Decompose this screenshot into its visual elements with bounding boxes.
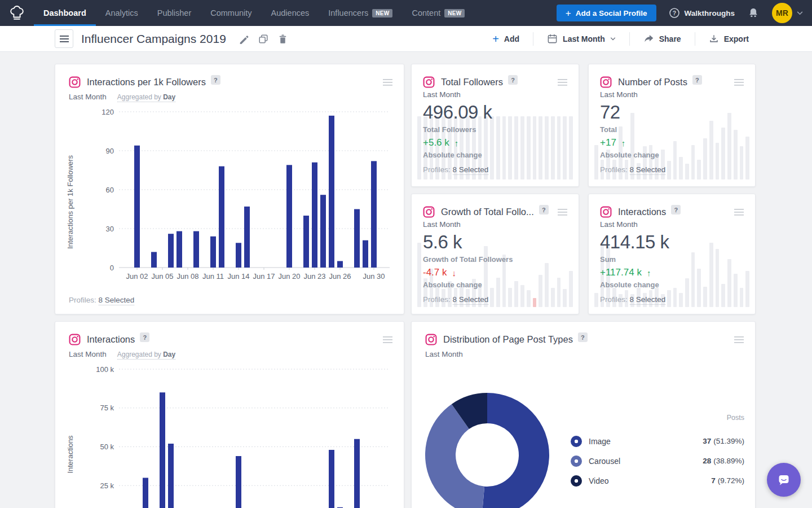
help-badge[interactable]: ? (671, 205, 681, 214)
kpi-change-label: Absolute change (423, 151, 482, 159)
walkthroughs-button[interactable]: ? Walkthroughs (669, 7, 735, 19)
chat-launcher-button[interactable] (767, 463, 801, 497)
nav-dashboard[interactable]: Dashboard (34, 0, 96, 26)
widget-title: Interactions per 1k Followers (87, 77, 206, 87)
help-badge[interactable]: ? (578, 332, 588, 342)
svg-text:Jun 20: Jun 20 (278, 272, 300, 281)
kpi-value-label: Total Followers (423, 125, 476, 134)
card-post-type-distribution: Distribution of Page Post Types ? Last M… (411, 321, 756, 508)
help-badge[interactable]: ? (539, 205, 549, 214)
new-badge: NEW (372, 9, 392, 17)
svg-text:75 k: 75 k (100, 404, 114, 412)
kpi-change: +17↑ (600, 137, 625, 148)
kpi-value: 5.6 k (423, 231, 462, 253)
period-label: Last Month (425, 350, 463, 358)
nav-publisher[interactable]: Publisher (148, 0, 201, 26)
title-actions (239, 34, 288, 44)
brand-logo[interactable] (0, 0, 34, 26)
pencil-icon (239, 34, 249, 44)
period-label: Last Month (600, 90, 638, 99)
help-badge[interactable]: ? (140, 332, 149, 342)
chevron-down-icon (610, 37, 616, 41)
rename-dashboard-button[interactable] (239, 34, 249, 44)
card-number-of-posts: Number of Posts ? Last Month 72 Total +1… (588, 64, 756, 187)
nav-audiences[interactable]: Audiences (262, 0, 319, 26)
chat-bubble-icon (775, 471, 792, 488)
widget-title: Interactions (87, 334, 135, 345)
user-menu[interactable]: MR (772, 3, 803, 23)
profiles-selected-link[interactable]: 8 Selected (630, 165, 666, 175)
svg-text:90: 90 (106, 147, 114, 155)
add-social-profile-button[interactable]: + Add a Social Profile (557, 5, 656, 21)
aggregation-dropdown[interactable]: Aggregated by Day (117, 351, 175, 360)
card-total-followers: Total Followers ? Last Month 496.09 k To… (411, 64, 579, 187)
profiles-selected-link[interactable]: 8 Selected (99, 296, 135, 305)
navbar-right: + Add a Social Profile ? Walkthroughs MR (557, 0, 812, 26)
svg-text:Jun 08: Jun 08 (176, 272, 198, 281)
svg-text:Jun 02: Jun 02 (126, 272, 148, 281)
widget-menu-icon[interactable] (558, 209, 567, 216)
kpi-value: 496.09 k (423, 102, 492, 123)
duplicate-dashboard-button[interactable] (258, 34, 268, 44)
profiles-selected-link[interactable]: 8 Selected (453, 165, 489, 175)
widget-title: Growth of Total Follo... (441, 207, 534, 217)
nav-analytics[interactable]: Analytics (96, 0, 148, 26)
profiles-selector: Profiles: 8 Selected (69, 296, 134, 304)
svg-text:Jun 11: Jun 11 (202, 272, 224, 281)
kpi-value-label: Growth of Total Followers (423, 255, 513, 264)
kpi-change: +5.6 k↑ (423, 137, 458, 148)
widget-menu-icon[interactable] (734, 209, 744, 216)
legend-item-image[interactable]: Image 37(51.39%) (571, 431, 744, 451)
profiles-selector: Profiles: 8 Selected (423, 295, 488, 304)
share-button[interactable]: Share (643, 34, 681, 43)
legend-header: Posts (571, 414, 744, 422)
widget-menu-icon[interactable] (734, 79, 744, 86)
dashboard-list-menu-button[interactable] (55, 29, 73, 48)
help-badge[interactable]: ? (692, 75, 702, 85)
svg-text:Jun 30: Jun 30 (363, 272, 385, 281)
widget-menu-icon[interactable] (558, 79, 567, 86)
nav-community[interactable]: Community (201, 0, 261, 26)
kpi-change-label: Absolute change (600, 151, 659, 159)
legend-item-video[interactable]: Video 7(9.72%) (571, 471, 744, 491)
chevron-down-icon (797, 11, 803, 15)
widget-menu-icon[interactable] (383, 336, 392, 343)
hamburger-icon (60, 36, 69, 42)
widget-menu-icon[interactable] (734, 336, 744, 343)
widget-title: Interactions (618, 207, 666, 217)
image-series-dot (571, 436, 582, 447)
period-label: Last Month (423, 90, 461, 99)
profiles-selected-link[interactable]: 8 Selected (630, 295, 666, 305)
svg-text:?: ? (672, 10, 676, 16)
widget-title: Distribution of Page Post Types (443, 334, 573, 345)
profiles-selector: Profiles: 8 Selected (423, 165, 488, 174)
svg-text:Jun 14: Jun 14 (227, 272, 249, 281)
trash-icon (278, 34, 288, 44)
period-label: Last Month (69, 93, 107, 101)
card-interactions-chart: 25 k50 k75 k100 kInteractions Interactio… (55, 321, 404, 508)
svg-text:50 k: 50 k (100, 443, 114, 451)
profiles-selector: Profiles: 8 Selected (600, 295, 665, 304)
new-badge: NEW (444, 9, 465, 17)
toolbar-right: + Add Last Month Share Expor (492, 32, 749, 46)
kpi-value: 72 (600, 102, 620, 123)
export-button[interactable]: Export (709, 34, 749, 44)
nav-influencers[interactable]: InfluencersNEW (319, 0, 402, 26)
calendar-icon (547, 33, 558, 44)
dashboard-grid: 0306090120Jun 02Jun 05Jun 08Jun 11Jun 14… (0, 52, 812, 508)
svg-text:Interactions: Interactions (66, 435, 74, 474)
widget-menu-icon[interactable] (383, 79, 392, 86)
legend-item-carousel[interactable]: Carousel 28(38.89%) (571, 451, 744, 471)
svg-text:0: 0 (110, 264, 114, 272)
add-widget-button[interactable]: + Add (492, 33, 519, 45)
help-badge[interactable]: ? (508, 75, 518, 85)
instagram-icon (423, 76, 435, 88)
notifications-bell-icon[interactable] (747, 7, 760, 19)
instagram-icon (69, 76, 81, 88)
aggregation-dropdown[interactable]: Aggregated by Day (117, 93, 175, 102)
help-badge[interactable]: ? (211, 75, 220, 85)
nav-content[interactable]: ContentNEW (402, 0, 474, 26)
profiles-selected-link[interactable]: 8 Selected (453, 295, 489, 305)
date-range-dropdown[interactable]: Last Month (547, 33, 616, 44)
delete-dashboard-button[interactable] (278, 34, 288, 44)
